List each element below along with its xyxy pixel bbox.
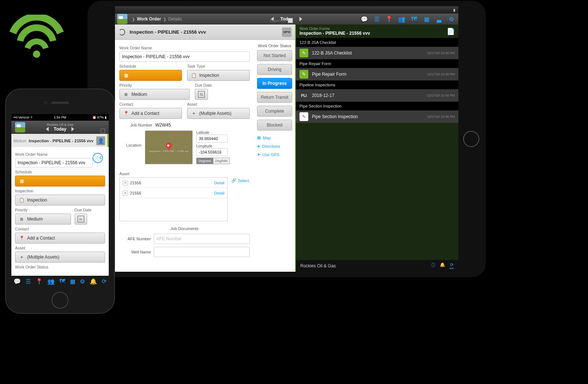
tablet-home-button[interactable] [463,131,479,147]
status-complete[interactable]: Complete [257,106,292,117]
form-group-header: Pipeline Inspections [296,80,458,89]
map-thumbnail[interactable]: Inspection - PIPELINE - 21556 vvv [145,131,193,164]
toggle-degmin[interactable]: Deg/Min [213,158,230,164]
gear-icon[interactable]: ⚙ [448,16,455,22]
form-row[interactable]: PLI 2018-12-17 12/17/18 10:46 PM [296,89,458,102]
label-status: Work Order Status [257,44,292,48]
status-not-started[interactable]: Not Started [257,50,292,61]
map-pin-icon[interactable]: 📍 [386,16,392,22]
svg-point-0 [33,50,40,58]
map-icon[interactable]: 🗺 [59,278,65,285]
remove-asset-icon[interactable]: ✕ [123,191,128,196]
input-well[interactable] [154,247,250,257]
asset-button[interactable]: ⌖ (Multiple Assets) [187,108,250,119]
coord-format-toggle[interactable]: Degrees Deg/Min [196,158,230,164]
tablet-screen: ▮ ❯ Work Order ❯ Details Today 💬 ☰ 📍 👥 🗺… [115,6,458,272]
workorder-title: Inspection - PIPELINE - 21556 vvv [130,29,206,35]
clipboard-icon: 📋 [18,197,25,203]
input-name[interactable]: Inspection - PIPELINE - 21556 vvv [15,158,93,167]
phone-home-button[interactable] [52,292,68,309]
mpm-badge[interactable]: MPM [282,27,291,37]
calendar-icon[interactable]: ▦ [423,16,430,22]
app-logo[interactable] [117,14,127,24]
status-driving[interactable]: Driving [257,64,292,75]
forms-count-badge[interactable]: 📄4 [93,153,103,163]
refresh-icon[interactable]: ⟳ [102,278,107,285]
day-label[interactable]: Today [54,127,66,132]
chart-icon[interactable]: ▃ [436,16,442,22]
status-in-progress[interactable]: In Progress [257,78,292,89]
breadcrumb-workorder[interactable]: Work Order [137,16,161,22]
asset-detail-link[interactable]: Detail [214,181,224,185]
asset-row[interactable]: ✕ 21556 Detail [120,178,227,188]
priority-button[interactable]: ≣ Medium [15,214,71,225]
select-asset-link[interactable]: 🔗 Select [231,178,250,183]
add-form-icon[interactable]: 📄 [447,27,455,35]
input-name[interactable]: Inspection - PIPELINE - 21556 vvv [119,52,250,62]
people-icon[interactable]: 👥 [398,16,405,22]
contact-button[interactable]: 📍 Add a Contact [119,108,182,119]
contact-button[interactable]: 📍 Add a Contact [15,233,105,244]
asset-row[interactable]: ✕ 21556 Detail [120,188,227,198]
input-afe[interactable]: AFE Number [154,234,250,244]
inspection-button[interactable]: 📋 Inspection [15,195,105,206]
remove-asset-icon[interactable]: ✕ [123,180,128,185]
asset-button[interactable]: ⌖ (Multiple Assets) [15,252,105,263]
chat-icon[interactable]: 💬 [361,16,368,22]
status-blocked[interactable]: Blocked [257,120,292,131]
duedate-button[interactable]: 31 [75,214,87,225]
form-row[interactable]: ✎ 122-B JSA Checklist 12/17/18 10:46 PM [296,47,458,59]
prev-day-button[interactable] [46,127,49,131]
status-return-transit[interactable]: Return Transit [257,92,292,103]
bell-icon[interactable]: 🔔 [90,278,97,285]
duedate-button[interactable]: 31 [195,89,208,100]
chevron-right-icon: ❯ [132,17,135,21]
label-priority: Priority [119,83,190,87]
tablet-frame: ▮ ❯ Work Order ❯ Details Today 💬 ☰ 📍 👥 🗺… [87,0,487,278]
workorder-title-row[interactable]: Medium Inspection - PIPELINE - 21556 vvv… [11,134,109,147]
phone-camera [44,101,47,105]
form-row[interactable]: ✎ Pipe Section Inspection 12/17/18 10:46… [296,110,458,123]
map-pin-icon[interactable]: 📍 [36,278,43,285]
people-icon[interactable]: 👥 [47,278,55,285]
chat-icon[interactable]: 💬 [14,278,21,285]
value-jobnumber: W2W45 [155,123,171,128]
map-icon: ▦ [257,135,261,140]
label-longitude: Longitude [196,144,230,148]
breadcrumb-details: Details [168,16,182,22]
gps-link[interactable]: ➤Use GPS [257,150,292,159]
bell-icon[interactable]: 🔔 [440,262,445,270]
input-longitude[interactable]: -104.559616 [196,148,228,156]
label-name: Work Order Name [119,46,250,50]
refresh-icon[interactable]: ⟳WiFi [450,262,454,270]
input-latitude[interactable]: 39.869440 [196,135,228,143]
map-link[interactable]: ▦Map [257,133,292,142]
forms-footer: Rockies Oil & Gas ⓘ 🔔 ⟳WiFi [296,260,458,272]
refresh-icon[interactable] [119,29,125,35]
map-icon[interactable]: 🗺 [411,16,417,22]
calendar-icon[interactable]: ▦ [70,278,75,285]
priority-icon: ≣ [123,91,129,98]
avatar-icon[interactable]: 👤 [96,136,105,145]
gps-arrow-icon: ➤ [257,152,260,157]
next-day-button[interactable] [299,17,302,21]
form-row-label: 122-B JSA Checklist [312,50,352,56]
directions-link[interactable]: ◈Directions [257,142,292,150]
next-day-button[interactable] [71,127,74,131]
gear-icon[interactable]: ⚙ [80,278,85,285]
form-row-label: Pipe Repair Form [312,72,346,77]
schedule-button[interactable]: ▦ [119,70,182,81]
directions-icon: ◈ [257,144,260,148]
schedule-button[interactable]: ▦ [15,176,105,187]
phone-form: Work Order Name Inspection - PIPELINE - … [11,147,109,276]
tasktype-button[interactable]: 📋 Inspection [187,70,250,81]
list-icon[interactable]: ☰ [373,16,380,22]
priority-chip: Medium [14,139,27,143]
info-icon[interactable]: ⓘ [431,262,435,270]
asset-detail-link[interactable]: Detail [214,191,224,195]
app-logo[interactable] [15,122,25,132]
priority-button[interactable]: ≣ Medium [119,89,190,100]
form-row[interactable]: ✎ Pipe Repair Form 12/17/18 10:46 PM [296,68,458,80]
list-icon[interactable]: ☰ [26,278,31,285]
toggle-degrees[interactable]: Degrees [196,158,213,164]
